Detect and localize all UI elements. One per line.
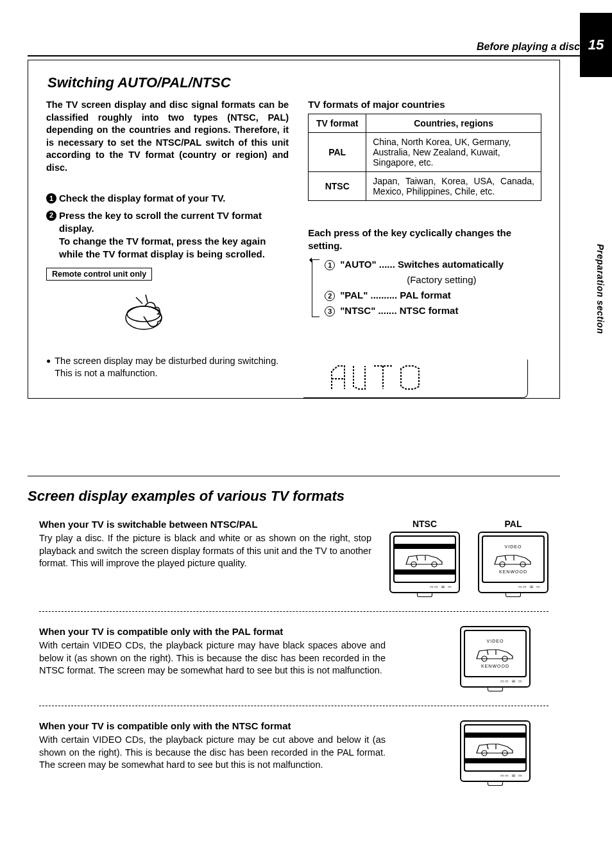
tv-format-table: TV format Countries, regions PAL China, …	[308, 114, 541, 201]
tv-icon-pal: VIDEO KENWOOD ▭▭⊞▭	[478, 532, 548, 597]
tv-icon-ntsc-only: ▭▭⊞▭	[460, 720, 531, 786]
side-section-label: Preparation section	[595, 244, 606, 334]
bullet-dot-icon: ●	[46, 355, 51, 380]
kenwood-text: KENWOOD	[499, 569, 527, 574]
step-2-subnote: To change the TV format, press the key a…	[59, 235, 289, 261]
video-text: VIDEO	[487, 639, 504, 643]
tv-icon-ntsc: ▭▭⊞▭	[389, 532, 460, 597]
pal-label: PAL	[505, 519, 522, 529]
step-1-text: Check the display format of your TV.	[59, 192, 226, 205]
bullet-text: The screen display may be disturbed duri…	[55, 355, 289, 380]
example-1: When your TV is switchable between NTSC/…	[28, 519, 560, 597]
tv-formats-title: TV formats of major countries	[308, 99, 541, 110]
step-2-text: Press the key to scroll the current TV f…	[59, 209, 289, 236]
example-3-text: With certain VIDEO CDs, the playback pic…	[39, 734, 386, 772]
section-title: Switching AUTO/PAL/NTSC	[47, 74, 541, 91]
dashed-divider	[39, 611, 548, 612]
example-2: When your TV is compatible only with the…	[28, 626, 560, 691]
step-badge-1: 1	[46, 193, 56, 204]
tv-pal-only-group: VIDEO KENWOOD ▭▭⊞▭	[460, 626, 531, 691]
table-header-countries: Countries, regions	[366, 114, 541, 133]
video-text: VIDEO	[505, 544, 522, 549]
table-header-format: TV format	[309, 114, 366, 133]
lcd-text	[329, 363, 527, 399]
example-2-text: With certain VIDEO CDs, the playback pic…	[39, 639, 386, 677]
main-boxed-section: Switching AUTO/PAL/NTSC The TV screen di…	[28, 60, 560, 399]
option-pal: 2"PAL" .......... PAL format	[325, 288, 541, 303]
option-auto: 1"AUTO" ...... Switches automatically	[325, 257, 541, 272]
section-divider	[28, 476, 560, 476]
header-section-title: Before playing a disc	[477, 41, 580, 53]
step-1: 1 Check the display format of your TV.	[46, 192, 289, 205]
hand-press-icon	[117, 292, 181, 337]
bullet-note: ● The screen display may be disturbed du…	[46, 355, 289, 380]
cell-pal-countries: China, North Korea, UK, Germany, Austral…	[366, 133, 541, 172]
cycle-bracket-icon	[312, 259, 319, 317]
ntsc-label: NTSC	[412, 519, 437, 529]
lcd-display-graphic	[303, 360, 528, 398]
option-auto-sub: (Factory setting)	[407, 272, 541, 288]
example-1-heading: When your TV is switchable between NTSC/…	[39, 519, 371, 530]
cycle-paragraph: Each press of the key cyclically changes…	[308, 227, 541, 253]
dashed-divider	[39, 706, 548, 706]
cell-ntsc-countries: Japan, Taiwan, Korea, USA, Canada, Mexic…	[366, 172, 541, 201]
tv-icon-pal-only: VIDEO KENWOOD ▭▭⊞▭	[460, 626, 531, 691]
header-underline	[28, 55, 580, 56]
page-number-tab: 15	[580, 13, 612, 77]
tv-ntsc-only-group: ▭▭⊞▭	[460, 720, 531, 786]
kenwood-text: KENWOOD	[481, 664, 509, 668]
example-1-text: Try play a disc. If the picture is black…	[39, 532, 371, 570]
step-badge-2: 2	[46, 211, 56, 221]
tv-ntsc-group: NTSC ▭▭⊞▭	[389, 519, 460, 597]
example-3: When your TV is compatible only with the…	[28, 720, 560, 786]
intro-paragraph: The TV screen display and disc signal fo…	[46, 99, 289, 174]
table-row: PAL China, North Korea, UK, Germany, Aus…	[309, 133, 541, 172]
option-ntsc: 3"NTSC" ....... NTSC format	[325, 303, 541, 318]
tv-pal-group: PAL VIDEO KENWOOD ▭▭⊞▭	[478, 519, 548, 597]
table-row: NTSC Japan, Taiwan, Korea, USA, Canada, …	[309, 172, 541, 201]
step-2: 2 Press the key to scroll the current TV…	[46, 209, 289, 236]
remote-only-tag: Remote control unit only	[46, 268, 152, 281]
cell-ntsc: NTSC	[309, 172, 366, 201]
lower-title: Screen display examples of various TV fo…	[28, 488, 560, 505]
example-3-heading: When your TV is compatible only with the…	[39, 720, 386, 731]
options-list: 1"AUTO" ...... Switches automatically (F…	[308, 257, 541, 318]
cell-pal: PAL	[309, 133, 366, 172]
example-2-heading: When your TV is compatible only with the…	[39, 626, 386, 637]
lower-section: Screen display examples of various TV fo…	[28, 476, 560, 800]
svg-point-1	[127, 306, 160, 322]
